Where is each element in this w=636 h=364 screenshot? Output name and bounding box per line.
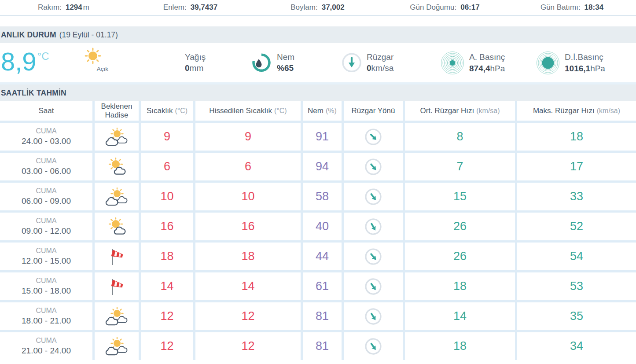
metric-value: 1016,1 [565, 64, 590, 73]
forecast-cell-feels-like: 10 [195, 183, 301, 210]
feels-like-value: 18 [241, 250, 254, 263]
forecast-cell-time: CUMA 21.00 - 24.00 [0, 332, 92, 360]
sea-level-pressure-icon [536, 51, 560, 75]
max-wind-value: 18 [570, 130, 583, 143]
max-wind-value: 35 [570, 309, 583, 323]
forecast-day: CUMA [36, 157, 56, 166]
feels-like-value: 6 [245, 160, 251, 173]
temperature-value: 10 [160, 190, 173, 203]
forecast-cell-feels-like: 18 [195, 243, 301, 270]
wind-direction-arrow-icon [361, 304, 385, 328]
info-label: Gün Batımı: [540, 3, 581, 12]
max-wind-value: 52 [570, 220, 583, 233]
wind-direction-arrow-icon [361, 124, 386, 149]
temperature-value: 9 [164, 130, 170, 143]
section-title: SAATLİK TAHMİN [1, 88, 66, 98]
forecast-cell-max-wind: 35 [517, 302, 636, 330]
forecast-time-range: 06.00 - 09.00 [22, 196, 71, 207]
forecast-cell-avg-wind: 7 [405, 153, 515, 180]
weather-condition-icon [105, 217, 129, 236]
forecast-cell-wind-direction [344, 123, 403, 151]
forecast-cell-wind-direction [344, 153, 403, 180]
forecast-cell-feels-like: 9 [195, 123, 301, 151]
forecast-time-range: 18.00 - 21.00 [22, 316, 71, 327]
feels-like-value: 14 [241, 279, 254, 293]
forecast-cell-max-wind: 17 [517, 153, 636, 180]
wind-direction-arrow-icon [361, 214, 386, 239]
forecast-cell-temperature: 9 [141, 123, 193, 151]
location-info-item: Rakım: 1294 m [0, 3, 127, 12]
column-header: Nem (%) [303, 101, 342, 121]
column-header: Rüzgar Yönü [344, 101, 403, 121]
metric-value: 0 [185, 64, 190, 73]
weather-condition-icon [105, 158, 129, 176]
section-title: ANLIK DURUM [1, 30, 56, 40]
column-unit: (%) [326, 107, 337, 115]
info-value: 06:17 [460, 3, 479, 12]
info-unit: m [83, 3, 89, 12]
column-label: Beklenen Hadise [96, 102, 137, 119]
forecast-cell-temperature: 14 [141, 272, 193, 300]
location-info-item: Gün Doğumu: 06:17 [382, 3, 509, 12]
forecast-time-range: 12.00 - 15.00 [22, 256, 71, 267]
column-unit: (km/sa) [597, 107, 620, 115]
forecast-time-range: 24.00 - 03.00 [22, 136, 71, 147]
hourly-forecast-table: Saat Beklenen Hadise Sıcaklık (°C) Hisse… [0, 101, 636, 360]
max-wind-value: 53 [570, 279, 583, 293]
humidity-value: 91 [316, 130, 329, 143]
current-temperature: 8,9 °C [1, 48, 49, 76]
info-value: 39,7437 [191, 3, 217, 12]
column-header: Hissedilen Sıcaklık (°C) [195, 101, 301, 121]
humidity-value: 58 [316, 190, 329, 203]
column-header: Sıcaklık (°C) [141, 101, 193, 121]
metric-station-pressure: A. Basınç 874,4hPa [441, 51, 505, 75]
feels-like-value: 12 [241, 339, 254, 353]
feels-like-value: 12 [241, 309, 254, 323]
forecast-cell-temperature: 10 [141, 183, 193, 210]
forecast-cell-feels-like: 16 [195, 213, 301, 240]
weather-condition-icon [105, 337, 129, 356]
metric-label: Yağış [185, 51, 206, 63]
column-unit: (°C) [175, 107, 187, 115]
forecast-cell-condition [95, 123, 139, 151]
humidity-gauge-icon [251, 52, 272, 74]
metric-prefix: % [277, 64, 284, 73]
forecast-cell-max-wind: 52 [517, 213, 636, 240]
metric-wind: Rüzgar 0km/sa [342, 51, 393, 74]
forecast-cell-wind-direction [344, 302, 403, 330]
humidity-value: 81 [316, 339, 329, 353]
avg-wind-value: 15 [453, 190, 467, 203]
max-wind-value: 54 [570, 250, 583, 263]
humidity-value: 61 [316, 279, 329, 293]
max-wind-value: 33 [570, 190, 583, 203]
station-pressure-icon [441, 51, 464, 75]
forecast-cell-max-wind: 54 [517, 243, 636, 270]
column-header: Beklenen Hadise [95, 101, 139, 121]
forecast-cell-humidity: 94 [303, 153, 342, 180]
column-label: Rüzgar Yönü [352, 107, 395, 115]
column-unit: (°C) [274, 107, 287, 115]
wind-direction-arrow-icon [361, 184, 386, 209]
wind-direction-arrow-icon [361, 154, 386, 179]
location-info-item: Boylam: 37,002 [254, 3, 382, 12]
forecast-cell-wind-direction [344, 243, 403, 270]
forecast-cell-condition [95, 332, 139, 360]
forecast-cell-condition [95, 243, 139, 270]
column-unit: (km/sa) [476, 107, 500, 115]
forecast-cell-feels-like: 14 [195, 272, 301, 300]
forecast-cell-max-wind: 34 [517, 332, 636, 360]
column-label: Hissedilen Sıcaklık [209, 107, 272, 115]
forecast-time-range: 15.00 - 18.00 [22, 286, 71, 297]
temperature-unit: °C [37, 50, 49, 76]
forecast-cell-avg-wind: 18 [405, 332, 515, 360]
forecast-cell-humidity: 61 [303, 272, 342, 300]
forecast-cell-max-wind: 53 [517, 272, 636, 300]
current-condition: Açık [83, 46, 122, 72]
forecast-cell-temperature: 16 [141, 213, 193, 240]
forecast-day: CUMA [36, 246, 56, 256]
forecast-cell-time: CUMA 24.00 - 03.00 [0, 123, 92, 151]
forecast-cell-time: CUMA 09.00 - 12.00 [0, 213, 92, 240]
metric-label: Rüzgar [367, 51, 393, 63]
forecast-cell-avg-wind: 8 [405, 123, 515, 151]
metric-precipitation: Yağış 0mm [185, 51, 206, 74]
